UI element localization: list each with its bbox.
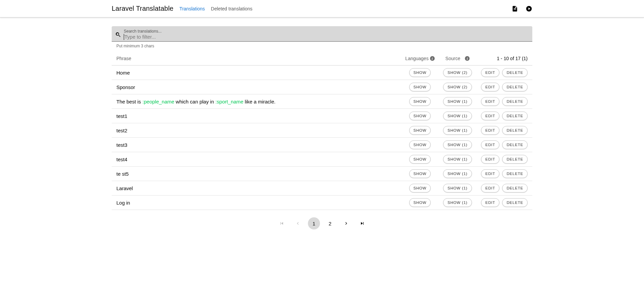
show-source-button[interactable]: SHOW (1) — [443, 169, 472, 178]
languages-cell: SHOW — [404, 198, 436, 207]
table-row: The best is :people_name which can play … — [112, 94, 532, 109]
page-last-button[interactable] — [356, 217, 368, 229]
source-cell: SHOW (1) — [436, 112, 479, 120]
info-icon[interactable] — [465, 56, 470, 61]
actions-cell: EDITDELETE — [479, 184, 528, 192]
page-2-button[interactable]: 2 — [324, 217, 336, 229]
phrase-cell: The best is :people_name which can play … — [116, 99, 404, 104]
delete-button[interactable]: DELETE — [502, 169, 528, 178]
phrase-cell: Home — [116, 70, 404, 76]
show-languages-button[interactable]: SHOW — [409, 184, 431, 192]
languages-cell: SHOW — [404, 97, 436, 106]
edit-button[interactable]: EDIT — [481, 68, 499, 77]
show-languages-button[interactable]: SHOW — [409, 140, 431, 149]
play-circle-icon[interactable] — [526, 5, 532, 12]
show-source-button[interactable]: SHOW (1) — [443, 155, 472, 164]
languages-cell: SHOW — [404, 83, 436, 91]
th-source: Source — [436, 56, 479, 61]
delete-button[interactable]: DELETE — [502, 198, 528, 207]
table-row: HomeSHOWSHOW (2)EDITDELETE — [112, 66, 532, 80]
search-value: Type to filter... — [124, 34, 529, 40]
th-languages-label: Languages — [405, 56, 428, 61]
actions-cell: EDITDELETE — [479, 169, 528, 178]
phrase-cell: te st5 — [116, 171, 404, 177]
topbar-inner: Laravel Translatable Translations Delete… — [112, 5, 532, 12]
show-source-button[interactable]: SHOW (2) — [443, 83, 472, 91]
actions-cell: EDITDELETE — [479, 97, 528, 106]
show-source-button[interactable]: SHOW (1) — [443, 112, 472, 120]
delete-button[interactable]: DELETE — [502, 83, 528, 91]
table-row: test4SHOWSHOW (1)EDITDELETE — [112, 152, 532, 167]
actions-cell: EDITDELETE — [479, 198, 528, 207]
source-cell: SHOW (1) — [436, 184, 479, 192]
th-source-label: Source — [445, 56, 460, 61]
show-source-button[interactable]: SHOW (1) — [443, 184, 472, 192]
edit-button[interactable]: EDIT — [481, 184, 499, 192]
delete-button[interactable]: DELETE — [502, 97, 528, 106]
nav-deleted[interactable]: Deleted translations — [211, 6, 253, 11]
source-cell: SHOW (2) — [436, 68, 479, 77]
edit-button[interactable]: EDIT — [481, 169, 499, 178]
show-source-button[interactable]: SHOW (1) — [443, 97, 472, 106]
show-languages-button[interactable]: SHOW — [409, 68, 431, 77]
delete-button[interactable]: DELETE — [502, 184, 528, 192]
show-languages-button[interactable]: SHOW — [409, 198, 431, 207]
search-label: Search translations... — [124, 29, 529, 34]
nav-translations[interactable]: Translations — [179, 6, 205, 11]
phrase-cell: test1 — [116, 113, 404, 119]
main-container: Search translations... Type to filter...… — [112, 26, 532, 229]
delete-button[interactable]: DELETE — [502, 155, 528, 164]
languages-cell: SHOW — [404, 155, 436, 164]
show-source-button[interactable]: SHOW (1) — [443, 126, 472, 135]
page-next-button[interactable] — [340, 217, 352, 229]
edit-button[interactable]: EDIT — [481, 112, 499, 120]
table-row: Log inSHOWSHOW (1)EDITDELETE — [112, 196, 532, 210]
languages-cell: SHOW — [404, 126, 436, 135]
phrase-cell: Sponsor — [116, 84, 404, 90]
source-cell: SHOW (2) — [436, 83, 479, 91]
edit-button[interactable]: EDIT — [481, 126, 499, 135]
page-1-button[interactable]: 1 — [308, 217, 320, 229]
th-languages: Languages — [404, 56, 436, 61]
page-prev-button[interactable] — [292, 217, 304, 229]
show-languages-button[interactable]: SHOW — [409, 155, 431, 164]
topbar-left: Laravel Translatable Translations Delete… — [112, 5, 253, 12]
languages-cell: SHOW — [404, 68, 436, 77]
th-range: 1 - 10 of 17 (1) — [479, 56, 528, 61]
actions-cell: EDITDELETE — [479, 68, 528, 77]
show-source-button[interactable]: SHOW (1) — [443, 140, 472, 149]
edit-button[interactable]: EDIT — [481, 83, 499, 91]
app-title: Laravel Translatable — [112, 5, 173, 12]
show-languages-button[interactable]: SHOW — [409, 169, 431, 178]
show-languages-button[interactable]: SHOW — [409, 97, 431, 106]
info-icon[interactable] — [430, 56, 435, 61]
edit-button[interactable]: EDIT — [481, 198, 499, 207]
show-source-button[interactable]: SHOW (1) — [443, 198, 472, 207]
show-languages-button[interactable]: SHOW — [409, 126, 431, 135]
document-icon[interactable] — [512, 5, 518, 12]
languages-cell: SHOW — [404, 184, 436, 192]
table-body: HomeSHOWSHOW (2)EDITDELETESponsorSHOWSHO… — [112, 66, 532, 210]
delete-button[interactable]: DELETE — [502, 68, 528, 77]
show-source-button[interactable]: SHOW (2) — [443, 68, 472, 77]
languages-cell: SHOW — [404, 112, 436, 120]
actions-cell: EDITDELETE — [479, 112, 528, 120]
delete-button[interactable]: DELETE — [502, 126, 528, 135]
delete-button[interactable]: DELETE — [502, 112, 528, 120]
edit-button[interactable]: EDIT — [481, 140, 499, 149]
phrase-cell: Laravel — [116, 185, 404, 191]
source-cell: SHOW (1) — [436, 97, 479, 106]
show-languages-button[interactable]: SHOW — [409, 112, 431, 120]
search-input[interactable]: Search translations... Type to filter... — [112, 26, 532, 42]
search-icon — [115, 32, 121, 38]
source-cell: SHOW (1) — [436, 126, 479, 135]
source-cell: SHOW (1) — [436, 155, 479, 164]
search-placeholder: Type to filter... — [124, 34, 156, 40]
edit-button[interactable]: EDIT — [481, 97, 499, 106]
edit-button[interactable]: EDIT — [481, 155, 499, 164]
show-languages-button[interactable]: SHOW — [409, 83, 431, 91]
page-first-button[interactable] — [276, 217, 288, 229]
table-row: LaravelSHOWSHOW (1)EDITDELETE — [112, 181, 532, 196]
topbar-right — [512, 5, 532, 12]
delete-button[interactable]: DELETE — [502, 140, 528, 149]
